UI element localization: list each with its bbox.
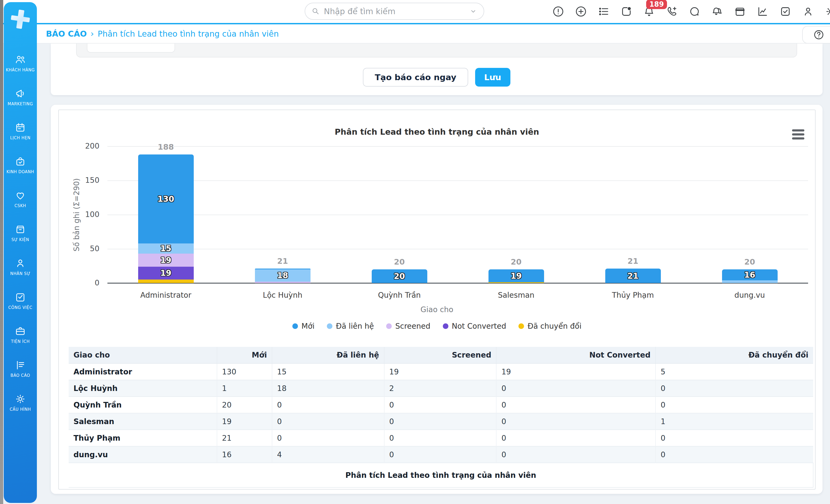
segment-value-label: 20 xyxy=(394,272,405,281)
sidebar-item-report[interactable]: BÁO CÁO xyxy=(4,351,37,385)
bar-Salesman: 19 xyxy=(488,270,544,283)
sidebar-item-person[interactable]: NHÂN SỰ xyxy=(4,250,37,284)
chevron-down-icon[interactable] xyxy=(469,7,477,15)
bell-icon-button[interactable]: 189 xyxy=(643,5,655,18)
sidebar-item-heart[interactable]: CSKH xyxy=(4,182,37,216)
y-tick-label: 100 xyxy=(59,210,99,219)
sidebar-item-archive[interactable]: SỰ KIỆN xyxy=(4,216,37,250)
sidebar-item-gear[interactable]: CẤU HÌNH xyxy=(4,385,37,419)
table-row: Thủy Phạm210000 xyxy=(69,430,813,446)
legend-dot xyxy=(327,323,332,329)
table-cell: 130 xyxy=(217,364,272,380)
table-header-cell: Đã chuyển đổi xyxy=(656,347,813,364)
alert-circle-icon-button[interactable] xyxy=(552,5,564,18)
x-category-label: Salesman xyxy=(476,291,556,300)
plus-circle-icon-button[interactable] xyxy=(575,5,587,18)
x-axis-title: Giao cho xyxy=(59,305,815,314)
bar-Administrator: 191915130 xyxy=(138,154,194,283)
bar-segment-Mới[interactable]: 21 xyxy=(605,269,661,283)
bar-segment-Đã chuyển đổi[interactable] xyxy=(488,282,544,283)
app-logo[interactable] xyxy=(9,8,32,30)
filter-chip[interactable] xyxy=(87,43,175,53)
user-icon-button[interactable] xyxy=(802,5,814,18)
table-row: Salesman190001 xyxy=(69,413,813,430)
legend-item-Đã liên hệ[interactable]: Đã liên hệ xyxy=(327,322,374,330)
table-cell: 19 xyxy=(384,364,497,380)
table-header-cell: Screened xyxy=(384,347,497,364)
global-search[interactable] xyxy=(305,3,484,20)
ring-bells-icon xyxy=(711,5,723,18)
table-cell: 5 xyxy=(656,364,813,380)
segment-value-label: 19 xyxy=(511,271,522,281)
breadcrumb-separator: › xyxy=(91,29,94,39)
gridline xyxy=(107,180,808,181)
line-chart-icon-button[interactable] xyxy=(757,5,769,18)
sidebar-item-briefcase[interactable]: TIỆN ÍCH xyxy=(4,317,37,351)
report-panel: Phân tích Lead theo tình trạng của nhân … xyxy=(58,109,816,490)
table-cell: 0 xyxy=(496,397,656,413)
bar-segment-Mới[interactable] xyxy=(255,269,311,270)
table-cell: 0 xyxy=(656,380,813,397)
bar-segment-Đã liên hệ[interactable] xyxy=(722,280,778,283)
legend-item-Not Converted[interactable]: Not Converted xyxy=(443,322,506,330)
gear-icon xyxy=(14,393,26,405)
create-report-button[interactable]: Tạo báo cáo ngay xyxy=(363,68,468,87)
search-input[interactable] xyxy=(324,7,465,16)
sidebar-item-megaphone[interactable]: MARKETING xyxy=(4,80,37,114)
x-category-label: dung.vu xyxy=(710,291,790,300)
legend-item-Mới[interactable]: Mới xyxy=(292,322,315,330)
bullet-list-icon xyxy=(598,5,610,18)
calendar-icon-button[interactable] xyxy=(734,5,746,18)
megaphone-icon xyxy=(14,88,26,99)
x-category-label: Administrator xyxy=(126,291,206,300)
table-footer-caption: Phân tích Lead theo tình trạng của nhân … xyxy=(69,463,813,487)
segment-value-label: 19 xyxy=(160,268,171,278)
sidebar-item-task-check[interactable]: CÔNG VIỆC xyxy=(4,284,37,317)
topbar: 189 xyxy=(3,0,830,23)
sidebar-item-users-group[interactable]: KHÁCH HÀNG xyxy=(4,46,37,80)
bar-segment-Mới[interactable]: 16 xyxy=(722,270,778,280)
chat-bubble-icon xyxy=(689,5,701,18)
sidebar-item-bag-check[interactable]: KINH DOANH xyxy=(4,148,37,182)
bar-total-label: 20 xyxy=(722,257,778,266)
sidebar-item-label: CÔNG VIỆC xyxy=(8,305,32,310)
bar-segment-Mới[interactable]: 130 xyxy=(138,154,194,244)
breadcrumb-section[interactable]: BÁO CÁO xyxy=(46,29,87,38)
bar-segment-Mới[interactable]: 20 xyxy=(372,270,427,283)
bar-segment-Đã liên hệ[interactable]: 18 xyxy=(255,270,311,282)
segment-value-label: 16 xyxy=(744,270,756,280)
table-header-cell: Giao cho xyxy=(69,347,217,364)
chat-bubble-icon-button[interactable] xyxy=(689,5,701,18)
bar-segment-Screened[interactable]: 19 xyxy=(138,254,194,267)
bar-segment-Mới[interactable]: 19 xyxy=(488,270,544,282)
legend-item-Screened[interactable]: Screened xyxy=(386,322,430,330)
bar-segment-Đã liên hệ[interactable]: 15 xyxy=(138,244,194,254)
legend-label: Đã liên hệ xyxy=(336,322,374,330)
table-cell: 0 xyxy=(496,380,656,397)
legend-item-Đã chuyển đổi[interactable]: Đã chuyển đổi xyxy=(518,322,581,330)
y-tick-label: 0 xyxy=(59,279,99,287)
sidebar-item-label: CẤU HÌNH xyxy=(10,407,31,412)
bar-segment-Đã chuyển đổi[interactable] xyxy=(138,280,194,283)
gear-icon-button[interactable] xyxy=(825,5,830,18)
bullet-list-icon-button[interactable] xyxy=(598,5,610,18)
ring-bells-icon-button[interactable] xyxy=(711,5,723,18)
bar-segment-Screened[interactable] xyxy=(255,282,311,283)
chart-context-menu-button[interactable] xyxy=(792,129,804,139)
help-button[interactable] xyxy=(802,26,830,43)
phone-plus-icon-button[interactable] xyxy=(666,5,678,18)
table-cell: 0 xyxy=(272,413,384,430)
status-square-icon-button[interactable] xyxy=(620,5,633,18)
window-edge xyxy=(0,0,3,504)
sidebar-item-calendar-check[interactable]: LỊCH HẸN xyxy=(4,114,37,148)
phone-plus-icon xyxy=(666,5,678,18)
bar-segment-Not Converted[interactable]: 19 xyxy=(138,267,194,280)
segment-value-label: 130 xyxy=(157,194,174,203)
table-cell: 0 xyxy=(656,430,813,446)
plus-circle-icon xyxy=(575,5,587,18)
segment-value-label: 19 xyxy=(160,255,171,265)
save-button[interactable]: Lưu xyxy=(475,68,510,87)
check-square-icon-button[interactable] xyxy=(779,5,792,18)
report-config-card: Tạo báo cáo ngay Lưu xyxy=(51,43,823,95)
table-cell: 0 xyxy=(384,397,497,413)
